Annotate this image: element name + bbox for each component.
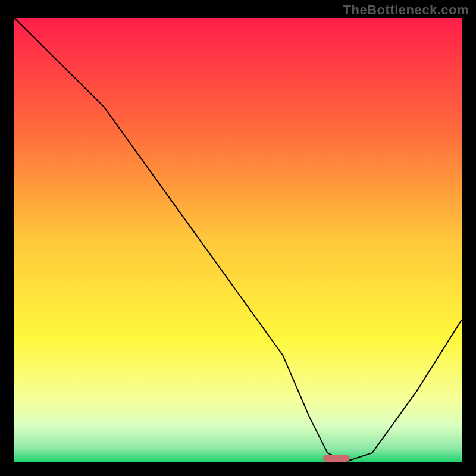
optimal-marker (323, 455, 350, 462)
bottleneck-curve (14, 18, 462, 462)
watermark-text: TheBottleneck.com (343, 2, 469, 18)
plot-area (14, 18, 462, 462)
chart-frame: TheBottleneck.com (0, 0, 476, 476)
